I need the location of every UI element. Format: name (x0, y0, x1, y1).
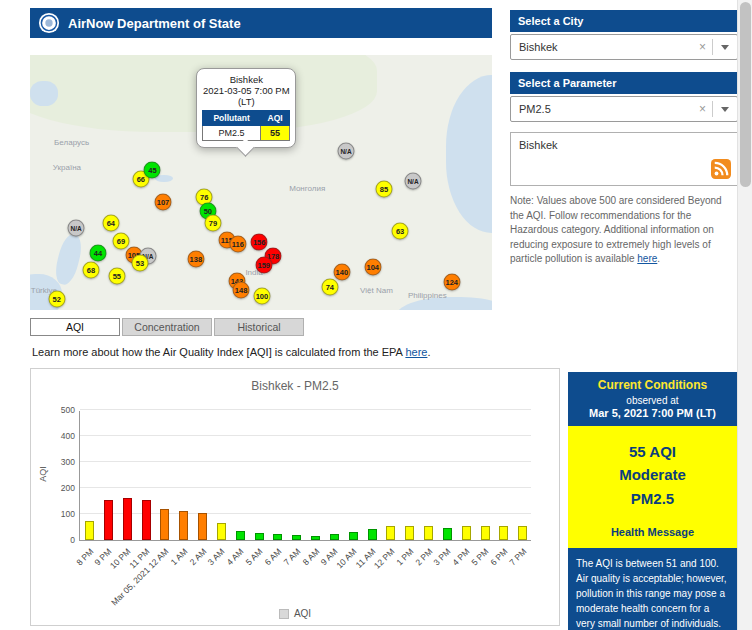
chart-bar (443, 528, 452, 540)
map-marker[interactable]: 159 (255, 257, 272, 274)
chart-y-tick: 0 (70, 535, 75, 545)
chart-bar (330, 534, 339, 541)
map-marker[interactable]: 55 (108, 267, 125, 284)
epa-link[interactable]: here (405, 346, 427, 358)
chart-bar (123, 498, 132, 540)
right-column: Select a City Bishkek × Select a Paramet… (510, 10, 738, 267)
chart-bar (481, 526, 490, 540)
map-marker[interactable]: 63 (392, 222, 409, 239)
city-select-value: Bishkek (511, 41, 693, 53)
select-divider (712, 39, 713, 55)
chart-bar (405, 526, 414, 540)
health-message-title: Health Message (574, 526, 731, 538)
view-tabs: AQI Concentration Historical (30, 318, 306, 336)
map-marker[interactable]: N/A (338, 142, 355, 159)
popup-timezone: (LT) (202, 96, 290, 107)
map-marker[interactable]: 124 (443, 273, 460, 290)
map-marker[interactable]: 52 (48, 290, 65, 307)
tab-historical[interactable]: Historical (214, 318, 304, 336)
chart-bar (462, 526, 471, 540)
map-marker[interactable]: 156 (251, 234, 268, 251)
popup-tail (237, 138, 255, 156)
learn-more-text: Learn more about how the Air Quality Ind… (32, 346, 430, 358)
note-here-link[interactable]: here (637, 253, 657, 264)
popup-city: Bishkek (202, 74, 290, 85)
map-marker[interactable]: N/A (404, 173, 421, 190)
map-marker[interactable]: 100 (253, 287, 270, 304)
chart-bar (217, 523, 226, 540)
aqi-chart: Bishkek - PM2.5 AQI 0100200300400500 8 P… (30, 368, 560, 626)
map-country-label: Philippines (408, 290, 447, 299)
parameter-chevron-down-icon[interactable] (721, 107, 729, 112)
page-scrollbar[interactable] (737, 0, 752, 630)
note-body: Note: Values above 500 are considered Be… (510, 195, 722, 264)
current-aqi-pollutant: PM2.5 (574, 487, 731, 510)
popup-col-pollutant: Pollutant (203, 110, 261, 125)
chart-y-tick: 200 (61, 483, 75, 493)
chart-bar (386, 526, 395, 540)
chart-bar (85, 521, 94, 541)
popup-aqi-value: 55 (260, 125, 289, 140)
map-marker[interactable]: 64 (102, 215, 119, 232)
map-marker[interactable]: 68 (82, 262, 99, 279)
chart-bar (273, 534, 282, 540)
city-chevron-down-icon[interactable] (721, 45, 729, 50)
map-country-label: Україна (53, 163, 81, 172)
current-aqi-value: 55 AQI (574, 440, 731, 463)
map-marker[interactable]: 116 (229, 235, 246, 252)
map-marker[interactable]: 44 (89, 244, 106, 261)
map-country-label: Việt Nam (360, 285, 393, 294)
map-country-label: Беларусь (54, 137, 89, 146)
learn-more-prefix: Learn more about how the Air Quality Ind… (32, 346, 405, 358)
parameter-select[interactable]: PM2.5 × (510, 96, 738, 122)
rss-feed-box: Bishkek (510, 132, 738, 186)
app-header: AirNow Department of State (30, 8, 492, 38)
chart-bar (292, 535, 301, 540)
chart-bar (311, 536, 320, 540)
select-city-header: Select a City (510, 10, 738, 32)
map-marker[interactable]: 104 (364, 258, 381, 275)
tab-aqi[interactable]: AQI (30, 318, 120, 336)
rss-city-label: Bishkek (519, 139, 558, 151)
chart-y-axis-label: AQI (38, 466, 48, 482)
learn-more-suffix: . (427, 346, 430, 358)
chart-bar (518, 526, 527, 540)
map-water-baltic (30, 81, 58, 107)
map-water-caspian (52, 232, 85, 287)
map-marker[interactable]: 140 (333, 263, 350, 280)
map-marker[interactable]: N/A (68, 220, 85, 237)
map-marker[interactable]: 53 (131, 254, 148, 271)
rss-icon[interactable] (711, 159, 731, 179)
select-divider (712, 101, 713, 117)
chart-gridline (80, 461, 531, 462)
city-select[interactable]: Bishkek × (510, 34, 738, 60)
aqi-note-text: Note: Values above 500 are considered Be… (510, 194, 738, 267)
chart-bar (499, 526, 508, 540)
chart-gridline (80, 409, 531, 410)
map-marker[interactable]: 45 (144, 161, 161, 178)
map-marker[interactable]: 85 (375, 180, 392, 197)
map-marker[interactable]: 138 (187, 251, 204, 268)
popup-table: Pollutant AQI PM2.5 55 (202, 110, 290, 141)
map-marker[interactable]: 69 (113, 233, 130, 250)
chart-gridline (80, 487, 531, 488)
map-country-label: Монголия (289, 183, 325, 192)
map-marker[interactable]: 79 (204, 215, 221, 232)
tab-concentration[interactable]: Concentration (122, 318, 212, 336)
chart-y-tick: 500 (61, 405, 75, 415)
map-marker[interactable]: 74 (321, 279, 338, 296)
map-marker[interactable]: 148 (233, 281, 250, 298)
chart-bar (424, 526, 433, 540)
city-clear-icon[interactable]: × (693, 40, 712, 54)
map-marker[interactable]: 107 (155, 193, 172, 210)
chart-plot-area: 0100200300400500 (79, 411, 531, 541)
aqi-map[interactable]: БеларусьУкраїнаРоссияМонголияIndiaViệt N… (30, 55, 492, 310)
note-suffix: . (657, 253, 660, 264)
current-aqi-block: 55 AQI Moderate PM2.5 Health Message (568, 426, 737, 548)
select-parameter-header: Select a Parameter (510, 72, 738, 94)
chart-legend: AQI (31, 608, 559, 619)
scrollbar-thumb[interactable] (740, 2, 751, 187)
chart-bar (349, 532, 358, 540)
current-conditions-header: Current Conditions observed at Mar 5, 20… (568, 372, 737, 426)
parameter-clear-icon[interactable]: × (693, 102, 712, 116)
